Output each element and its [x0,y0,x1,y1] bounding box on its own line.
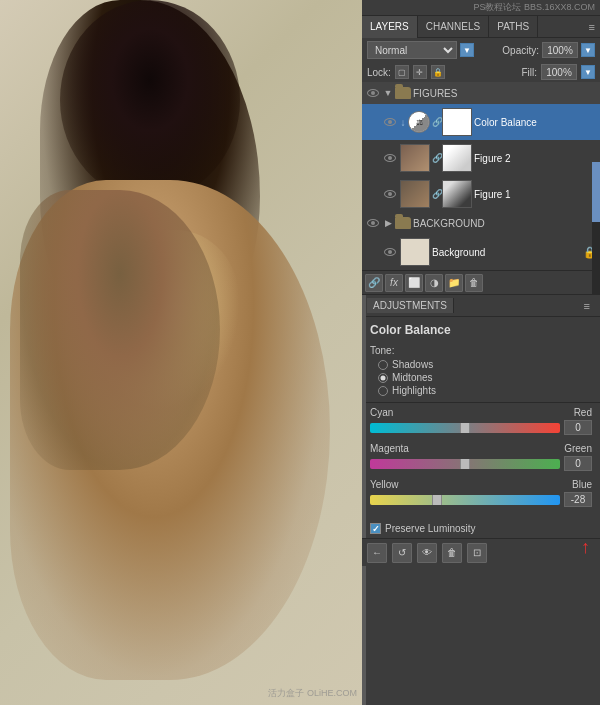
preserve-luminosity-row[interactable]: ✓ Preserve Luminosity [362,519,600,538]
tab-adjustments[interactable]: ADJUSTMENTS [367,298,454,313]
folder-figures [395,87,411,99]
watermark-top: PS教程论坛 [473,2,521,12]
lock-row: Lock: ▢ ✛ 🔒 Fill: ▼ [362,62,600,82]
link-button[interactable]: 🔗 [365,274,383,292]
scrollbar-thumb[interactable] [592,162,600,222]
figure2-name: Figure 2 [474,153,597,164]
eye-color-balance[interactable] [382,114,398,130]
fill-label: Fill: [521,67,537,78]
background-group-name: BACKGROUND [413,218,597,229]
panel-menu-icon[interactable]: ≡ [584,21,600,33]
layer-toolbar: 🔗 fx ⬜ ◑ 📁 🗑 [362,270,600,294]
adj-reset-btn[interactable]: ↺ [392,543,412,563]
chain-figure1: 🔗 [432,189,440,199]
fill-input[interactable] [541,64,577,80]
eye-background-group[interactable] [365,215,381,231]
arrow-figures[interactable]: ▼ [383,88,393,98]
mask-figure2 [442,144,472,172]
slider-yellow-blue: Yellow Blue [370,479,592,507]
eye-figure1[interactable] [382,186,398,202]
adj-title: Color Balance [362,317,600,341]
radio-highlights-circle[interactable] [378,386,388,396]
slider-thumb-yellow-blue[interactable] [432,495,442,505]
blend-mode-arrow[interactable]: ▼ [460,43,474,57]
lock-all-icon[interactable]: 🔒 [431,65,445,79]
tab-channels[interactable]: CHANNELS [418,16,489,38]
layer-background[interactable]: Background 🔒 [362,234,600,270]
adj-bottom-toolbar: ← ↺ 👁 🗑 ⊡ ↑ [362,538,600,566]
label-green: Green [564,443,592,454]
arrow-background[interactable]: ▶ [383,218,393,228]
adjustment-button[interactable]: ◑ [425,274,443,292]
group-figures[interactable]: ▼ FIGURES [362,82,600,104]
delete-button[interactable]: 🗑 [465,274,483,292]
red-arrow-indicator: ↑ [581,537,590,558]
resize-handle[interactable] [362,295,366,705]
sliders-section: Cyan Red Magenta Green [362,403,600,519]
slider-value-yellow-blue[interactable] [564,492,592,507]
adj-eye-btn[interactable]: 👁 [417,543,437,563]
watermark-top2: BBS.16XX8.COM [524,2,595,12]
slider-track-cyan-red[interactable] [370,423,560,433]
slider-container-yellow-blue [370,492,592,507]
label-red: Red [574,407,592,418]
preserve-luminosity-checkbox[interactable]: ✓ [370,523,381,534]
radio-group: Shadows Midtones Highlights [370,359,592,396]
adj-clip-btn[interactable]: ⊡ [467,543,487,563]
background-name: Background [432,247,581,258]
lock-checkbox[interactable]: ▢ [395,65,409,79]
slider-track-yellow-blue[interactable] [370,495,560,505]
adj-back-btn[interactable]: ← [367,543,387,563]
slider-track-magenta-green[interactable] [370,459,560,469]
opacity-input[interactable] [542,42,578,58]
layer-color-balance[interactable]: ↓ ⚖ 🔗 Color Balance [362,104,600,140]
chain-figure2: 🔗 [432,153,440,163]
opacity-arrow[interactable]: ▼ [581,43,595,57]
adj-trash-btn[interactable]: 🗑 [442,543,462,563]
radio-midtones[interactable]: Midtones [378,372,592,383]
blend-mode-select[interactable]: Normal [367,41,457,59]
radio-midtones-circle[interactable] [378,373,388,383]
adjustments-header: ADJUSTMENTS ≡ [362,295,600,317]
group-button[interactable]: 📁 [445,274,463,292]
tone-label: Tone: [370,345,592,356]
tab-paths[interactable]: PATHS [489,16,538,38]
thumb-background [400,238,430,266]
eye-figures[interactable] [365,85,381,101]
slider-thumb-magenta-green[interactable] [460,459,470,469]
checkmark: ✓ [372,524,380,534]
panel-tabs: LAYERS CHANNELS PATHS ≡ [362,16,600,38]
chain-color-balance: 🔗 [432,117,440,127]
eye-figure2[interactable] [382,150,398,166]
group-background[interactable]: ▶ BACKGROUND [362,212,600,234]
thumb-figure1 [400,180,430,208]
photo-background [0,0,362,705]
slider-thumb-cyan-red[interactable] [460,423,470,433]
layer-list: ▼ FIGURES ↓ ⚖ 🔗 Color Balance [362,82,600,270]
preserve-luminosity-label: Preserve Luminosity [385,523,476,534]
layer-figure1[interactable]: 🔗 Figure 1 [362,176,600,212]
eye-background[interactable] [382,244,398,260]
move-icon[interactable]: ✛ [413,65,427,79]
layers-panel: LAYERS CHANNELS PATHS ≡ Normal ▼ Opacity… [362,16,600,295]
slider-value-magenta-green[interactable] [564,456,592,471]
fill-arrow[interactable]: ▼ [581,65,595,79]
radio-midtones-label: Midtones [392,372,433,383]
main-container: 活力盒子 OLiHE.COM PS教程论坛 BBS.16XX8.COM LAYE… [0,0,600,705]
adjustments-panel: ADJUSTMENTS ≡ Color Balance Tone: Shadow… [362,295,600,705]
mask-figure1 [442,180,472,208]
slider-magenta-green: Magenta Green [370,443,592,471]
color-balance-name: Color Balance [474,117,597,128]
folder-background [395,217,411,229]
fx-button[interactable]: fx [385,274,403,292]
slider-value-cyan-red[interactable] [564,420,592,435]
radio-shadows-circle[interactable] [378,360,388,370]
radio-highlights[interactable]: Highlights [378,385,592,396]
layer-figure2[interactable]: 🔗 Figure 2 [362,140,600,176]
radio-shadows[interactable]: Shadows [378,359,592,370]
opacity-label: Opacity: [502,45,539,56]
thumb-figure2 [400,144,430,172]
mask-button[interactable]: ⬜ [405,274,423,292]
adj-menu-icon[interactable]: ≡ [579,300,595,312]
tab-layers[interactable]: LAYERS [362,16,418,38]
